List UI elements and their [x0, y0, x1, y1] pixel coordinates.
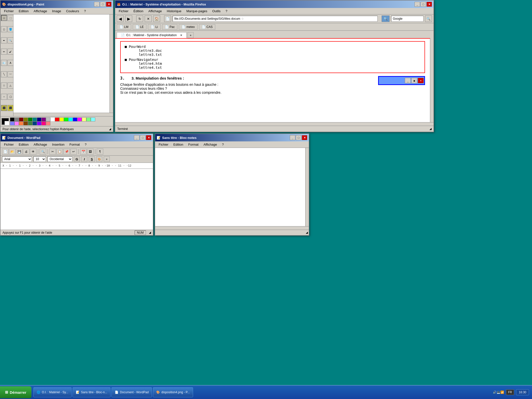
tool-select-rect[interactable]: ⊹ — [1, 15, 7, 21]
ff-back-btn[interactable]: ◀ — [117, 15, 124, 22]
color-swatch-lightblue[interactable] — [10, 121, 14, 125]
wp-menu-affichage[interactable]: Affichage — [31, 142, 50, 147]
ff-stop-btn[interactable]: ✕ — [145, 15, 152, 22]
color-swatch-lime[interactable] — [64, 117, 68, 121]
taskbar-item-wordpad[interactable]: 📄 Document - WordPad — [111, 387, 152, 397]
wp-btn-find[interactable]: 🔍 — [40, 149, 46, 155]
tool-text[interactable]: A — [7, 60, 13, 66]
tool-extra2[interactable]: ⬛ — [7, 105, 13, 111]
color-swatch-cyan[interactable] — [68, 117, 73, 121]
color-swatch-lightmagenta[interactable] — [14, 121, 19, 125]
color-swatch-teal[interactable] — [32, 117, 37, 121]
color-swatch-black[interactable] — [10, 117, 14, 121]
np-menu-affichage[interactable]: Affichage — [201, 142, 219, 147]
wordpad-close-btn[interactable]: ✕ — [146, 135, 151, 140]
color-swatch-white[interactable] — [50, 117, 55, 121]
tool-extra1[interactable]: ⬛ — [1, 105, 7, 111]
bookmark-lm[interactable]: 📄 LM — [117, 24, 131, 30]
color-swatch-darkblue[interactable] — [32, 121, 37, 125]
wp-menu-insertion[interactable]: Insertion — [50, 142, 67, 147]
tool-rounded-rect[interactable]: ▢ — [7, 94, 13, 100]
notepad-scrollbar-vertical[interactable] — [305, 148, 309, 226]
paint-menu-help[interactable]: ? — [82, 8, 88, 14]
paint-scrollbar-vertical[interactable] — [109, 14, 113, 113]
np-menu-fichier[interactable]: Fichier — [156, 142, 171, 147]
tool-pencil[interactable]: ✏ — [1, 49, 7, 55]
np-menu-format[interactable]: Format — [186, 142, 201, 147]
ff-menu-affichage[interactable]: Affichage — [146, 8, 164, 14]
demo-minimize[interactable]: _ — [405, 78, 411, 83]
color-swatch-yellow[interactable] — [59, 117, 64, 121]
wp-btn-paste[interactable]: 📌 — [63, 149, 70, 155]
bookmark-le[interactable]: 📄 LE — [133, 24, 147, 30]
wp-menu-help[interactable]: ? — [82, 142, 89, 147]
bookmark-meteo[interactable]: 📄 meteo — [179, 24, 197, 30]
wp-color-btn[interactable]: 🎨 — [96, 156, 102, 162]
color-swatch-lightsalmon[interactable] — [46, 121, 50, 125]
wp-btn-copy[interactable]: 📋 — [56, 149, 63, 155]
color-swatch-navy[interactable] — [37, 117, 41, 121]
paint-canvas[interactable] — [13, 14, 109, 113]
wp-align-btn[interactable]: ≡ — [104, 156, 110, 162]
new-tab-btn[interactable]: + — [188, 32, 194, 38]
paint-close-btn[interactable]: ✕ — [106, 2, 111, 7]
firefox-tab-active[interactable]: 📄 O.I. : Matériel - Système d'exploitati… — [117, 32, 187, 38]
color-swatch-darkred[interactable] — [19, 117, 23, 121]
tool-polygon[interactable]: △ — [7, 83, 13, 89]
ff-menu-help[interactable]: ? — [223, 8, 230, 14]
color-swatch-darkgreen2[interactable] — [28, 121, 32, 125]
color-swatch-purple[interactable] — [41, 117, 46, 121]
notepad-close-btn[interactable]: ✕ — [302, 135, 307, 140]
color-swatch-blue[interactable] — [73, 117, 77, 121]
tool-eraser[interactable]: ◻ — [1, 26, 7, 32]
wordpad-restore-btn[interactable]: □ — [140, 135, 145, 140]
notepad-content[interactable] — [155, 148, 305, 226]
ff-refresh-btn[interactable]: ↻ — [136, 15, 143, 22]
paint-restore-btn[interactable]: □ — [100, 2, 106, 7]
demo-restore[interactable]: ▣ — [411, 78, 417, 83]
paint-minimize-btn[interactable]: _ — [94, 2, 100, 7]
tool-brush[interactable]: 🖌 — [7, 49, 13, 55]
ff-menu-fichier[interactable]: Fichier — [116, 8, 131, 14]
ff-menu-outils[interactable]: Outils — [210, 8, 223, 14]
wp-btn-open[interactable]: 📂 — [9, 149, 15, 155]
np-menu-help[interactable]: ? — [219, 142, 226, 147]
wp-menu-edition[interactable]: Edition — [16, 142, 31, 147]
wp-bold-btn[interactable]: G — [74, 156, 80, 162]
ff-menu-marque-pages[interactable]: Marque-pages — [184, 8, 210, 14]
tab-close-icon[interactable]: ✕ — [180, 34, 182, 37]
tool-eyedropper[interactable]: ✒ — [1, 37, 7, 43]
firefox-addressbar[interactable]: file:///D:/Documents and Settings/SIG/Me… — [173, 16, 378, 22]
wp-btn-print[interactable]: 🖨 — [23, 149, 29, 155]
tool-rect[interactable]: □ — [1, 83, 7, 89]
color-swatch-orange[interactable] — [19, 121, 23, 125]
firefox-scrollbar-horizontal[interactable] — [115, 122, 433, 126]
wp-btn-new[interactable]: 📄 — [2, 149, 8, 155]
paint-scrollbar-horizontal[interactable] — [13, 113, 113, 116]
color-swatch-lightyellow[interactable] — [82, 117, 86, 121]
wp-font-select[interactable]: Arial — [2, 156, 32, 162]
ff-menu-historique[interactable]: Historique — [164, 8, 184, 14]
bookmark-li[interactable]: 📄 Li — [148, 24, 160, 30]
taskbar-item-firefox[interactable]: 🌐 O.I. : Matériel - Sy... — [33, 387, 72, 397]
color-swatch-hotpink[interactable] — [41, 121, 46, 125]
wp-italic-btn[interactable]: I — [81, 156, 87, 162]
ff-search-submit[interactable]: 🔍 — [425, 15, 432, 22]
ff-forward-btn[interactable]: ▶ — [125, 15, 132, 22]
wp-btn-para[interactable]: ¶ — [97, 149, 103, 155]
color-swatch-olive[interactable] — [23, 117, 28, 121]
tool-zoom[interactable]: 🔍 — [7, 37, 13, 43]
wordpad-minimize-btn[interactable]: _ — [134, 135, 139, 140]
ff-search-input[interactable]: Google — [391, 16, 424, 22]
color-swatch-violet[interactable] — [37, 121, 41, 125]
wp-menu-fichier[interactable]: Fichier — [1, 142, 16, 147]
wp-menu-format[interactable]: Format — [67, 142, 82, 147]
color-swatch-magenta[interactable] — [77, 117, 82, 121]
taskbar-item-paint[interactable]: 🎨 disposition4.png - P... — [153, 387, 193, 397]
tool-fill[interactable]: 🪣 — [7, 26, 13, 32]
color-swatch-red[interactable] — [55, 117, 59, 121]
wp-btn-insert-obj[interactable]: 🖼 — [87, 149, 94, 155]
color-swatch-gray[interactable] — [14, 117, 19, 121]
paint-menu-image[interactable]: Image — [50, 8, 64, 14]
wp-btn-undo[interactable]: ↩ — [70, 149, 77, 155]
